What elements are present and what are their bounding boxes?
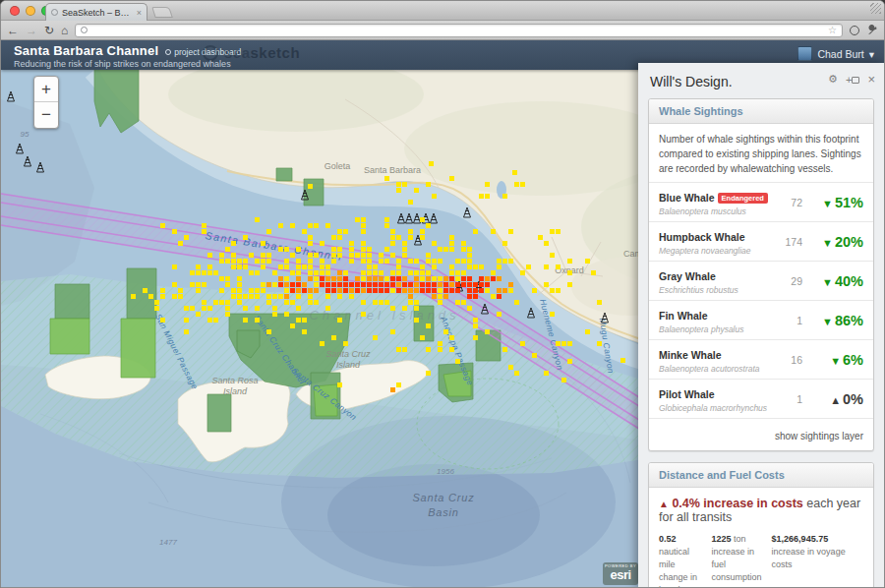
home-button[interactable]: ⌂ [61, 25, 68, 36]
cost-stat: 0.52 nautical mile change in length [659, 533, 702, 588]
distance-fuel-card: Distance and Fuel Costs ▲ 0.4% increase … [648, 462, 874, 588]
whale-latin-name: Balaenoptera musculus [659, 206, 773, 216]
back-button[interactable]: ← [7, 25, 19, 36]
chevron-down-icon: ▾ [869, 48, 874, 60]
trend-arrow-icon: ▼ [822, 316, 833, 327]
tab-title: SeaSketch – Better decisions [62, 8, 133, 18]
whale-latin-name: Globicephala macrorhynchus [659, 403, 773, 413]
sighting-count: 1 [773, 393, 802, 405]
zoom-in-button[interactable]: + [34, 77, 58, 102]
trend-arrow-icon: ▼ [822, 198, 833, 209]
map-label: Island [336, 360, 361, 370]
trend-value: ▼86% [802, 313, 863, 328]
page-favicon-icon [81, 27, 88, 33]
cost-stats: 0.52 nautical mile change in length 1225… [649, 528, 873, 588]
project-title: Santa Barbara Channel [14, 43, 158, 58]
map-zoom-control: + − [33, 76, 59, 129]
whale-name: Fin Whale [659, 310, 708, 322]
forward-button[interactable]: → [26, 25, 37, 36]
map-label: 95 [21, 130, 30, 139]
map-label: Santa Rosa [211, 376, 258, 385]
map-label: Santa Cruz [325, 349, 371, 359]
section-title: Distance and Fuel Costs [649, 463, 873, 488]
map-label: Santa Cruz [412, 492, 474, 503]
map-label: Basin [428, 506, 459, 518]
whale-latin-name: Megaptera novaeangliae [659, 246, 773, 256]
gear-icon[interactable]: ⚙ [828, 73, 838, 86]
whale-row: Pilot Whale Globicephala macrorhynchus 1… [649, 379, 873, 418]
trend-value: ▼20% [802, 234, 863, 250]
map-label: Goleta [324, 161, 351, 171]
whale-row: Humpback Whale Megaptera novaeangliae 17… [649, 221, 873, 261]
whale-name: Humpback Whale [659, 231, 745, 243]
whale-name: Gray Whale [659, 270, 716, 282]
trend-arrow-icon: ▼ [830, 355, 841, 367]
map-label: 1477 [159, 538, 177, 547]
section-description: Number of whale sightings within this fo… [649, 124, 873, 182]
endangered-badge: Endangered [718, 193, 768, 204]
browser-tab[interactable]: SeaSketch – Better decisions × [45, 3, 148, 21]
trend-arrow-icon: ▼ [822, 237, 833, 249]
esri-logo[interactable]: POWERED BY esri [603, 562, 638, 585]
seasketch-logo-icon [203, 45, 218, 61]
whale-row: Blue WhaleEndangered Balaenoptera muscul… [649, 182, 873, 221]
seasketch-logo: seasketch [203, 44, 300, 61]
sighting-count: 1 [773, 315, 802, 326]
design-panel: Will's Design. ⚙ + × Whale Sightings Num… [638, 63, 884, 588]
wrench-menu-icon[interactable] [866, 25, 878, 36]
whale-name: Pilot Whale [659, 388, 715, 400]
reload-button[interactable]: ↻ [44, 25, 54, 36]
whale-name: Blue Whale [659, 192, 715, 204]
up-arrow-icon: ▲ [659, 499, 669, 509]
cost-headline: ▲ 0.4% increase in costs each year for a… [649, 488, 873, 528]
map-label: 1956 [437, 467, 454, 476]
trend-arrow-icon: ▼ [822, 276, 833, 288]
whale-sightings-card: Whale Sightings Number of whale sighting… [648, 98, 874, 451]
address-bar[interactable]: ☆ [75, 24, 843, 37]
user-name: Chad Burt [817, 48, 863, 60]
whale-latin-name: Balaenoptera physalus [659, 324, 773, 334]
map-label: Island [223, 386, 248, 396]
user-menu[interactable]: Chad Burt ▾ [797, 46, 874, 61]
map-label: Santa Barbara [364, 165, 421, 175]
close-icon[interactable]: × [867, 72, 875, 87]
browser-window: SeaSketch – Better decisions × ← → ↻ ⌂ ☆… [0, 0, 885, 588]
page-content: Santa Barbara Channel project dashboard … [1, 40, 884, 588]
browser-toolbar: ← → ↻ ⌂ ☆ [1, 21, 884, 40]
whale-latin-name: Eschrichtius robustus [659, 285, 773, 295]
map-label: Channel Islands [309, 308, 459, 323]
dashboard-icon [165, 49, 171, 55]
close-window-button[interactable] [10, 6, 20, 16]
section-title: Whale Sightings [649, 99, 873, 124]
trend-arrow-icon: ▲ [830, 394, 841, 406]
window-resize-grip-icon [870, 3, 881, 14]
whale-row: Minke Whale Balaenoptera acutorostrata 1… [649, 339, 873, 379]
sighting-count: 16 [773, 354, 802, 366]
sighting-count: 29 [773, 275, 802, 287]
trend-value: ▼40% [802, 273, 863, 289]
sighting-count: 174 [773, 236, 802, 248]
tab-favicon-icon [51, 9, 58, 16]
zoom-out-button[interactable]: − [34, 102, 58, 128]
new-tab-button[interactable] [151, 7, 173, 18]
browser-titlebar: SeaSketch – Better decisions × [1, 1, 884, 21]
tab-close-icon[interactable]: × [137, 8, 142, 18]
trend-value: ▲0% [802, 391, 863, 407]
bookmark-star-icon[interactable]: ☆ [828, 25, 837, 35]
cost-stat: 1225 ton increase in fuel consumption [712, 533, 762, 588]
whale-row: Gray Whale Eschrichtius robustus 29 ▼40% [649, 261, 873, 300]
sighting-count: 72 [773, 197, 802, 208]
whale-name: Minke Whale [659, 349, 722, 361]
popout-icon[interactable]: + [846, 74, 859, 86]
whale-latin-name: Balaenoptera acutorostrata [659, 364, 773, 374]
trend-value: ▼51% [802, 195, 863, 210]
page-action-icon[interactable] [850, 26, 859, 35]
avatar [797, 46, 812, 61]
trend-value: ▼6% [802, 352, 863, 368]
cost-stat: $1,266,945.75 increase in voyage costs [772, 533, 863, 588]
whale-row: Fin Whale Balaenoptera physalus 1 ▼86% [649, 300, 873, 339]
minimize-window-button[interactable] [26, 6, 35, 16]
show-sightings-layer-link[interactable]: show sightings layer [775, 431, 863, 441]
whale-list: Blue WhaleEndangered Balaenoptera muscul… [649, 182, 873, 418]
